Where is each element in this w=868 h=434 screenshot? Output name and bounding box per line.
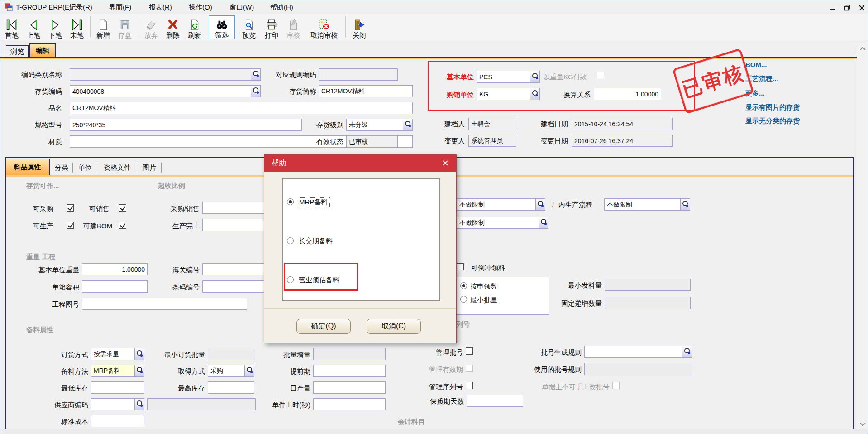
toolbar-abandon-button: 放弃 (141, 15, 162, 39)
option-mrp-radio[interactable] (287, 198, 294, 205)
lookup-icon[interactable] (530, 71, 539, 82)
lookup-icon[interactable] (682, 346, 692, 357)
min-batch-radio[interactable] (460, 296, 467, 303)
tab-edit[interactable]: 编辑 (29, 43, 56, 58)
toolbar-close-button[interactable]: 关闭 (349, 15, 370, 39)
lookup-icon[interactable] (530, 88, 539, 100)
minimize-button[interactable] (828, 3, 838, 12)
supplier-code-field[interactable] (91, 398, 144, 410)
backflush-checkbox[interactable] (457, 263, 464, 270)
lookup-icon[interactable] (680, 199, 690, 210)
box-volume-field[interactable] (82, 280, 148, 293)
restriction-field-2[interactable]: 不做限制 (457, 217, 548, 229)
barcode-field[interactable] (202, 280, 270, 293)
batch-rule-field[interactable] (584, 346, 692, 358)
purchase-sale-ratio-field[interactable] (202, 202, 270, 214)
lead-time-field[interactable] (313, 365, 386, 377)
sellable-checkbox[interactable] (119, 204, 126, 212)
toolbar-first-button[interactable]: 首笔 (1, 15, 22, 39)
lookup-icon[interactable] (251, 69, 260, 80)
bom-link[interactable]: BOM... (745, 61, 767, 68)
item-code-field[interactable]: 400400008 (70, 85, 261, 97)
restore-button[interactable] (842, 3, 852, 12)
base-unit-field[interactable]: PCS (477, 71, 540, 83)
shelf-days-field[interactable] (467, 395, 523, 407)
toolbar-print-label: 打印 (265, 31, 278, 39)
menu-operation[interactable]: 操作(O) (189, 3, 212, 12)
level-field[interactable]: 未分级 (346, 119, 413, 131)
toolbar-prev-button[interactable]: 上笔 (23, 15, 44, 39)
vertical-scrollbar[interactable] (857, 44, 868, 429)
tab-item-attributes[interactable]: 料品属性 (5, 159, 50, 175)
tab-browse[interactable]: 浏览 (6, 45, 29, 58)
unit-hours-field[interactable] (313, 398, 386, 410)
spec-field[interactable]: 250*240*35 (70, 119, 302, 131)
toolbar-refresh-button[interactable]: 刷新 (184, 15, 205, 39)
option-long-lead-label[interactable]: 长交期备料 (299, 237, 333, 246)
factory-flow-field[interactable]: 不做限制 (604, 198, 690, 211)
tab-qualification[interactable]: 资格文件 (99, 161, 136, 174)
toolbar-delete-button[interactable]: 删除 (162, 15, 183, 39)
lookup-icon[interactable] (535, 199, 545, 210)
show-with-image-link[interactable]: 显示有图片的存货 (745, 103, 800, 112)
menu-interface[interactable]: 界面(F) (109, 3, 131, 12)
order-mode-field[interactable]: 按需求量 (91, 348, 144, 360)
scroll-down-icon[interactable] (860, 420, 866, 426)
drawing-number-field[interactable] (82, 298, 247, 310)
lookup-icon[interactable] (134, 365, 144, 376)
prep-method-field[interactable]: MRP备料 (91, 365, 144, 377)
conversion-field[interactable]: 1.00000 (594, 88, 661, 100)
daily-output-field[interactable] (313, 381, 386, 394)
min-issue-field (605, 279, 691, 291)
lookup-icon[interactable] (134, 348, 144, 360)
production-done-ratio-field[interactable] (202, 219, 270, 231)
code-class-field[interactable] (70, 68, 261, 81)
customs-code-field[interactable] (202, 263, 270, 275)
std-cost-field[interactable] (91, 415, 144, 427)
toolbar-print-button[interactable]: 打印 (261, 15, 282, 39)
menu-app[interactable]: T-GROUP ERP(E) (16, 3, 72, 11)
can-build-bom-checkbox[interactable] (119, 222, 126, 229)
toolbar-preview-button[interactable]: 预览 (238, 15, 259, 39)
menu-window[interactable]: 窗口(W) (229, 3, 254, 12)
purchasable-checkbox[interactable] (67, 204, 74, 212)
toolbar-cancel-audit-button[interactable]: 取消审核 (305, 15, 343, 39)
lookup-icon[interactable] (403, 119, 412, 130)
option-long-lead-radio[interactable] (287, 237, 294, 244)
menu-record[interactable]: 记录(R) (69, 3, 92, 12)
daily-output-label: 日产量 (247, 384, 310, 392)
min-stock-field[interactable] (91, 381, 144, 394)
base-weight-field[interactable]: 1.00000 (82, 263, 148, 275)
menu-help[interactable]: 帮助(H) (270, 3, 293, 12)
no-manual-change-checkbox (612, 382, 620, 389)
option-mrp-label[interactable]: MRP备料 (297, 197, 330, 207)
pay-by-weight-checkbox (597, 72, 604, 79)
manage-serial-checkbox[interactable] (466, 382, 473, 389)
dialog-cancel-button[interactable]: 取消(C) (367, 319, 421, 334)
manage-batch-checkbox[interactable] (466, 347, 473, 355)
dialog-ok-button[interactable]: 确定(Q) (296, 319, 351, 334)
by-request-radio[interactable] (460, 282, 467, 289)
toolbar-next-button[interactable]: 下笔 (45, 15, 66, 39)
trade-unit-field[interactable]: KG (477, 88, 540, 100)
close-button[interactable] (857, 3, 867, 12)
lookup-icon[interactable] (134, 399, 144, 410)
short-name-field[interactable]: CR12MOV精料 (319, 85, 413, 97)
menu-report[interactable]: 报表(R) (149, 3, 172, 12)
lookup-icon[interactable] (539, 217, 548, 228)
toolbar-last-button[interactable]: 末笔 (67, 15, 87, 39)
tab-classification[interactable]: 分类 (52, 161, 72, 174)
dialog-close-icon[interactable]: × (439, 157, 452, 169)
toolbar-filter-button[interactable]: 筛选 (209, 15, 235, 39)
producible-checkbox[interactable] (67, 222, 74, 229)
tab-image[interactable]: 图片 (138, 161, 160, 174)
toolbar-new-button[interactable]: 新增 (93, 15, 114, 39)
scroll-up-icon[interactable] (860, 47, 866, 53)
lookup-icon[interactable] (251, 86, 260, 97)
tab-unit[interactable]: 单位 (74, 161, 96, 174)
dialog-title-bar[interactable]: 帮助 (264, 155, 456, 172)
show-unclassified-link[interactable]: 显示无分类的存货 (745, 117, 800, 125)
tab-separator (72, 163, 73, 173)
name-field[interactable]: CR12MOV精料 (70, 102, 413, 114)
restriction-field-1[interactable]: 不做限制 (457, 198, 545, 211)
